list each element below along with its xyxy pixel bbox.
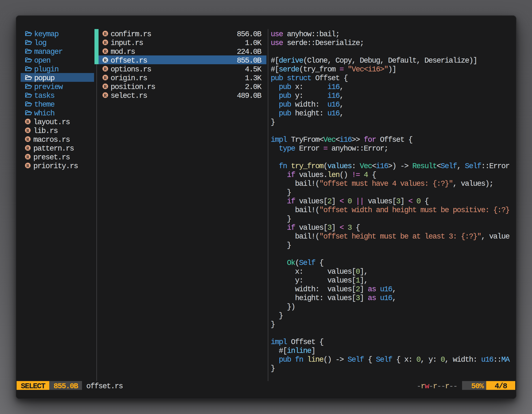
svg-text:R: R: [104, 49, 107, 54]
svg-text:R: R: [26, 137, 29, 142]
svg-text:R: R: [104, 93, 107, 97]
svg-text:R: R: [104, 40, 107, 45]
svg-text:R: R: [104, 84, 107, 89]
svg-text:R: R: [104, 76, 107, 80]
svg-text:R: R: [104, 67, 107, 71]
svg-text:R: R: [104, 31, 107, 36]
svg-text:R: R: [26, 128, 29, 133]
svg-text:R: R: [26, 155, 29, 159]
svg-text:R: R: [26, 164, 29, 168]
svg-text:R: R: [104, 58, 107, 62]
svg-text:R: R: [26, 146, 29, 150]
svg-text:R: R: [26, 119, 29, 124]
